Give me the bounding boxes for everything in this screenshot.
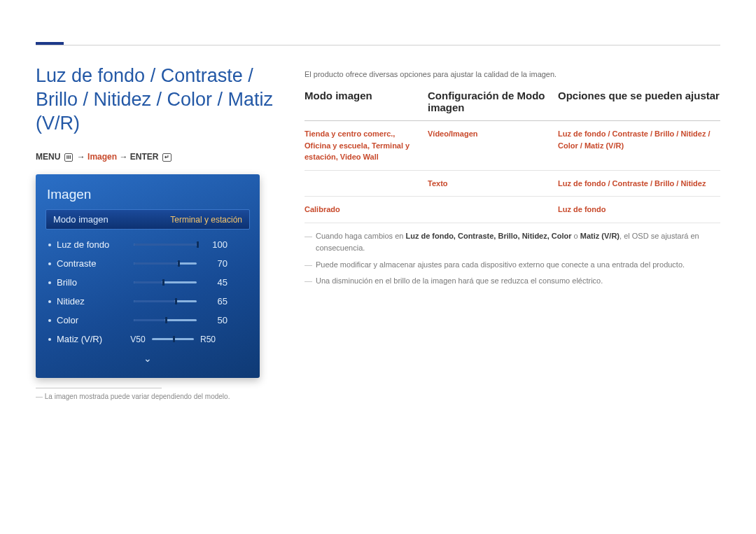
- osd-slider-label: Brillo: [57, 277, 134, 288]
- cell: Calibrado: [304, 205, 340, 213]
- osd-tint-slider[interactable]: [152, 338, 194, 340]
- osd-slider-label: Color: [57, 315, 134, 325]
- intro-text: El producto ofrece diversas opciones par…: [304, 70, 720, 78]
- menu-enter: ENTER: [130, 152, 159, 162]
- notes-block: Cuando haga cambios en Luz de fondo, Con…: [304, 230, 720, 288]
- cell: Texto: [428, 179, 448, 188]
- cell: Vídeo/Imagen: [428, 129, 478, 138]
- table-row: Tienda y centro comerc., Oficina y escue…: [304, 121, 720, 171]
- arrow-icon: →: [119, 152, 130, 162]
- th-modo: Modo imagen: [304, 90, 415, 113]
- osd-slider-row[interactable]: Brillo45: [46, 273, 250, 292]
- cell: Tienda y centro comerc., Oficina y escue…: [304, 129, 410, 161]
- cell: Luz de fondo / Contraste / Brillo / Niti…: [558, 129, 710, 150]
- osd-slider-row[interactable]: Luz de fondo100: [46, 235, 250, 254]
- bullet-icon: [48, 262, 51, 265]
- osd-slider-track[interactable]: [134, 244, 197, 246]
- bullet-icon: [48, 338, 51, 341]
- osd-slider-label: Luz de fondo: [57, 239, 134, 250]
- cell: Luz de fondo / Contraste / Brillo / Niti…: [558, 179, 706, 188]
- menu-label: MENU: [36, 152, 60, 162]
- note-2: Puede modificar y almacenar ajustes para…: [304, 259, 720, 272]
- osd-slider-value: 100: [202, 239, 227, 250]
- osd-slider-value: 65: [202, 296, 227, 307]
- bullet-icon: [48, 281, 51, 284]
- osd-slider-track[interactable]: [134, 319, 197, 321]
- osd-mode-row[interactable]: Modo imagen Terminal y estación: [46, 209, 250, 230]
- osd-slider-value: 50: [202, 315, 227, 325]
- menu-icon: III: [64, 153, 74, 162]
- cell: Luz de fondo: [558, 205, 606, 213]
- table-row: Calibrado Luz de fondo: [304, 197, 720, 223]
- osd-tint-left: V50: [127, 335, 149, 344]
- osd-slider-label: Nitidez: [57, 296, 134, 307]
- osd-tint-label: Matiz (V/R): [57, 334, 127, 344]
- enter-icon: ↵: [162, 153, 172, 162]
- bullet-icon: [48, 319, 51, 322]
- th-config: Configuración de Modo imagen: [428, 90, 545, 113]
- osd-mode-value: Terminal y estación: [170, 215, 242, 225]
- osd-slider-label: Contraste: [57, 258, 134, 269]
- osd-panel: Imagen Modo imagen Terminal y estación L…: [36, 174, 260, 378]
- bullet-icon: [48, 244, 51, 246]
- osd-slider-row[interactable]: Color50: [46, 311, 250, 330]
- arrow-icon: →: [77, 152, 88, 162]
- footnote: La imagen mostrada puede variar dependie…: [36, 393, 282, 400]
- table-row: Texto Luz de fondo / Contraste / Brillo …: [304, 171, 720, 197]
- menu-step-imagen: Imagen: [88, 152, 117, 162]
- osd-slider-track[interactable]: [134, 300, 197, 302]
- footnote-rule: [36, 388, 162, 388]
- header-rule: [36, 45, 720, 45]
- note-1: Cuando haga cambios en Luz de fondo, Con…: [304, 230, 720, 255]
- osd-tint-right: R50: [197, 335, 219, 344]
- chevron-down-icon[interactable]: ⌄: [46, 349, 250, 364]
- osd-slider-value: 45: [202, 277, 227, 288]
- page-title: Luz de fondo / Contraste / Brillo / Niti…: [36, 64, 282, 135]
- osd-slider-track[interactable]: [134, 281, 197, 283]
- osd-mode-label: Modo imagen: [53, 214, 108, 225]
- osd-title: Imagen: [46, 184, 250, 209]
- osd-slider-row[interactable]: Nitidez65: [46, 292, 250, 311]
- table-header: Modo imagen Configuración de Modo imagen…: [304, 90, 720, 121]
- note-3: Una disminución en el brillo de la image…: [304, 275, 720, 288]
- bullet-icon: [48, 300, 51, 303]
- osd-tint-row[interactable]: Matiz (V/R) V50 R50: [46, 330, 250, 349]
- menu-path: MENU III → Imagen → ENTER ↵: [36, 152, 282, 162]
- osd-slider-track[interactable]: [134, 262, 197, 265]
- osd-slider-row[interactable]: Contraste70: [46, 254, 250, 273]
- osd-slider-value: 70: [202, 258, 227, 269]
- th-opciones: Opciones que se pueden ajustar: [558, 90, 720, 113]
